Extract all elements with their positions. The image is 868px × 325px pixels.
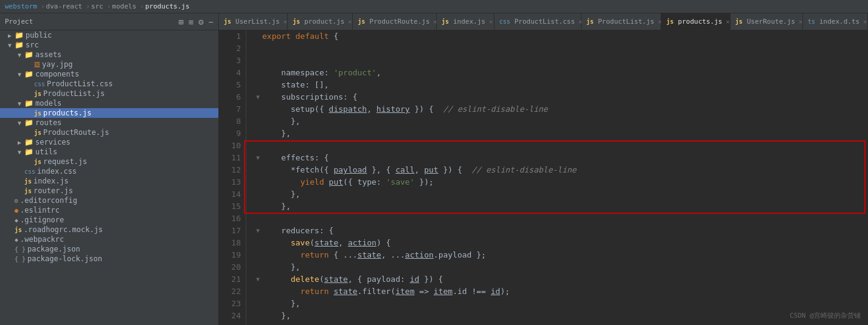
- tree-item-gitignore[interactable]: ◆ .gitignore: [0, 215, 218, 225]
- tree-item-utils[interactable]: ▼ 📁 utils: [0, 147, 218, 157]
- settings-icon[interactable]: ⚙: [198, 17, 203, 27]
- tree-item-productlistjs[interactable]: js ProductList.js: [0, 89, 218, 98]
- tree-item-productroutejs[interactable]: js ProductRoute.js: [0, 128, 218, 137]
- tree-item-models[interactable]: ▼ 📁 models: [0, 98, 218, 108]
- item-label: public: [26, 31, 218, 39]
- tree-item-public[interactable]: ▶ 📁 public: [0, 30, 218, 40]
- tab-indexjs[interactable]: js index.js ✕: [437, 13, 495, 30]
- tree-item-packagejson[interactable]: { } package.json: [0, 244, 218, 254]
- tree-item-components[interactable]: ▼ 📁 components: [0, 69, 218, 79]
- folder-icon: 📁: [24, 70, 33, 78]
- tree-item-indexjs[interactable]: js index.js: [0, 176, 218, 186]
- item-label: package-lock.json: [27, 255, 218, 263]
- item-label: .webpackrc: [20, 235, 218, 244]
- tab-userroutejs[interactable]: js UserRoute.js ✕: [731, 13, 803, 30]
- code-line: [254, 213, 868, 225]
- expand-all-icon[interactable]: ⊞: [178, 17, 183, 27]
- git-icon: ◆: [15, 217, 18, 224]
- tab-label: index.d.ts: [819, 18, 859, 26]
- tree-item-packagelockjson[interactable]: { } package-lock.json: [0, 254, 218, 264]
- tab-productjs[interactable]: js product.js ✕: [288, 13, 353, 30]
- close-tab-icon[interactable]: ✕: [489, 18, 493, 25]
- js-icon: js: [34, 129, 41, 136]
- close-tab-icon[interactable]: ✕: [799, 18, 802, 25]
- tree-item-requestjs[interactable]: js request.js: [0, 157, 218, 166]
- tab-bar: Project ⊞ ≡ ⚙ − js UserList.js ✕ js prod…: [0, 13, 868, 30]
- fold-icon[interactable]: ▼: [254, 152, 262, 164]
- json-icon: { }: [15, 256, 26, 262]
- title-bar: webstorm › dva-react › src › models › pr…: [0, 0, 868, 13]
- json-icon: { }: [15, 246, 26, 253]
- item-label: .roadhogrc.mock.js: [24, 225, 218, 234]
- fold-icon[interactable]: ▼: [254, 225, 262, 237]
- eslint-icon: ●: [15, 207, 18, 214]
- tab-label: product.js: [304, 18, 344, 26]
- tree-item-roadhogrc[interactable]: js .roadhogrc.mock.js: [0, 225, 218, 234]
- tab-userlistjs[interactable]: js UserList.js ✕: [219, 13, 288, 30]
- js-icon: js: [24, 188, 32, 194]
- tab-productlistcss[interactable]: css ProductList.css ✕: [495, 13, 582, 30]
- js-icon: js: [293, 18, 300, 25]
- collapse-all-icon[interactable]: ≡: [189, 17, 193, 27]
- tab-productlistjs[interactable]: js ProductList.js ✕: [582, 13, 662, 30]
- close-tab-icon[interactable]: ✕: [283, 18, 287, 25]
- tab-label: index.js: [453, 18, 485, 26]
- tree-item-productsjs[interactable]: js products.js: [0, 108, 218, 118]
- tab-label: ProductRoute.js: [369, 18, 429, 26]
- tab-productroutejs[interactable]: js ProductRoute.js ✕: [353, 13, 437, 30]
- code-content: 12345 678910 1112131415 1617181920 21222…: [219, 30, 868, 325]
- code-line: },: [254, 261, 868, 273]
- code-line: },: [254, 115, 868, 128]
- code-line: namespace: 'product',: [254, 67, 868, 79]
- tree-item-indexcss[interactable]: css index.css: [0, 166, 218, 176]
- arrow-icon: ▶: [5, 32, 15, 39]
- fold-icon[interactable]: ▼: [254, 91, 262, 103]
- fold-icon[interactable]: ▼: [254, 273, 262, 286]
- arrow-icon: ▼: [15, 52, 24, 58]
- item-label: .eslintrc: [20, 206, 218, 214]
- js-icon: js: [34, 91, 41, 97]
- close-tab-icon[interactable]: ✕: [863, 18, 867, 25]
- item-label: yay.jpg: [42, 60, 218, 69]
- arrow-icon: ▼: [15, 120, 24, 126]
- tab-indexdts[interactable]: ts index.d.ts ✕: [803, 13, 868, 30]
- item-label: .editorconfig: [20, 196, 218, 205]
- code-line: *fetch({ payload }, { call, put }) { // …: [254, 164, 868, 176]
- fold-icon[interactable]: [254, 30, 262, 43]
- tree-item-routes[interactable]: ▼ 📁 routes: [0, 118, 218, 128]
- folder-icon: 📁: [24, 148, 33, 156]
- code-line: [254, 55, 868, 67]
- item-label: ProductList.js: [43, 89, 218, 98]
- item-label: ProductList.css: [47, 80, 218, 88]
- arrow-icon: ▶: [15, 139, 24, 146]
- code-line: export default {: [254, 30, 868, 43]
- code-line: yield put({ type: 'save' });: [254, 176, 868, 188]
- arrow-icon: ▼: [15, 100, 24, 107]
- img-icon: 🖼: [34, 61, 40, 68]
- tree-item-webpackrc[interactable]: ◆ .webpackrc: [0, 234, 218, 244]
- close-tab-icon[interactable]: ✕: [348, 18, 352, 25]
- tree-item-eslintrc[interactable]: ● .eslintrc: [0, 205, 218, 215]
- close-tab-icon[interactable]: ✕: [726, 18, 729, 25]
- css-icon: css: [24, 168, 35, 175]
- watermark: CSDN @宫崎骏的杂货铺: [790, 311, 861, 320]
- js-icon: js: [224, 18, 231, 25]
- folder-icon: 📁: [24, 138, 33, 146]
- tree-item-productlistcss[interactable]: css ProductList.css: [0, 79, 218, 89]
- js-icon: js: [442, 18, 449, 25]
- close-sidebar-icon[interactable]: −: [209, 17, 214, 27]
- tree-item-src[interactable]: ▼ 📁 src: [0, 40, 218, 50]
- tree-item-routerjs[interactable]: js router.js: [0, 186, 218, 196]
- tree-item-editorconfig[interactable]: ⚙ .editorconfig: [0, 196, 218, 205]
- arrow-icon: ▼: [15, 149, 24, 156]
- item-label: assets: [35, 50, 218, 59]
- tab-productsjs[interactable]: js products.js ✕: [661, 13, 730, 30]
- arrow-icon: ▼: [5, 42, 15, 49]
- code-line: ▼ subscriptions: {: [254, 91, 868, 103]
- tree-item-services[interactable]: ▶ 📁 services: [0, 137, 218, 147]
- code-editor[interactable]: 12345 678910 1112131415 1617181920 21222…: [219, 30, 868, 325]
- project-label: Project: [5, 18, 33, 26]
- tree-item-assets[interactable]: ▼ 📁 assets: [0, 50, 218, 60]
- item-label: src: [26, 41, 218, 49]
- tree-item-yay[interactable]: 🖼 yay.jpg: [0, 60, 218, 69]
